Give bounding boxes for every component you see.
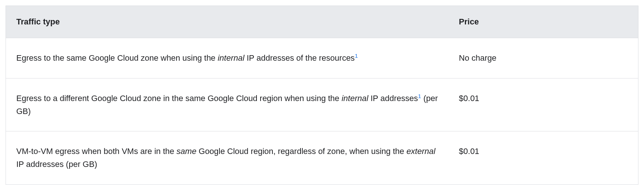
traffic-text-italic: internal [218, 53, 244, 63]
traffic-text-post2: IP addresses (per GB) [16, 160, 97, 169]
price-cell: No charge [449, 38, 638, 78]
traffic-text-pre: Egress to a different Google Cloud zone … [16, 94, 342, 103]
traffic-text-pre: VM-to-VM egress when both VMs are in the [16, 147, 177, 156]
price-cell: $0.01 [449, 78, 638, 131]
traffic-text-italic2: external [406, 147, 435, 156]
footnote-link[interactable]: 1 [355, 53, 358, 59]
header-price: Price [449, 6, 638, 38]
table-header: Traffic type Price [6, 6, 638, 38]
traffic-text-italic: same [177, 147, 197, 156]
traffic-text-pre: Egress to the same Google Cloud zone whe… [16, 53, 218, 63]
table-row: VM-to-VM egress when both VMs are in the… [6, 131, 638, 184]
price-cell: $0.01 [449, 131, 638, 184]
traffic-type-cell: Egress to the same Google Cloud zone whe… [6, 38, 449, 78]
footnote-link[interactable]: 1 [418, 93, 421, 99]
header-traffic-type: Traffic type [6, 6, 449, 38]
traffic-type-cell: Egress to a different Google Cloud zone … [6, 78, 449, 131]
traffic-type-cell: VM-to-VM egress when both VMs are in the… [6, 131, 449, 184]
table-row: Egress to the same Google Cloud zone whe… [6, 38, 638, 78]
traffic-text-post: IP addresses of the resources [244, 53, 355, 63]
traffic-text-post: IP addresses [368, 94, 418, 103]
traffic-text-italic: internal [342, 94, 368, 103]
table-row: Egress to a different Google Cloud zone … [6, 78, 638, 131]
traffic-text-post: Google Cloud region, regardless of zone,… [197, 147, 406, 156]
pricing-table: Traffic type Price Egress to the same Go… [6, 6, 638, 185]
